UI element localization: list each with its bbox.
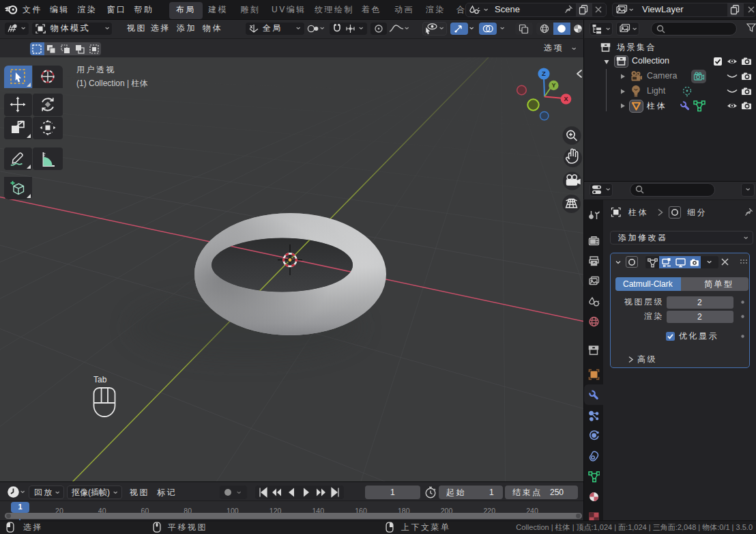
svg-text:Y: Y xyxy=(551,82,555,89)
svg-text:Z: Z xyxy=(542,70,546,77)
svg-text:X: X xyxy=(564,96,568,102)
